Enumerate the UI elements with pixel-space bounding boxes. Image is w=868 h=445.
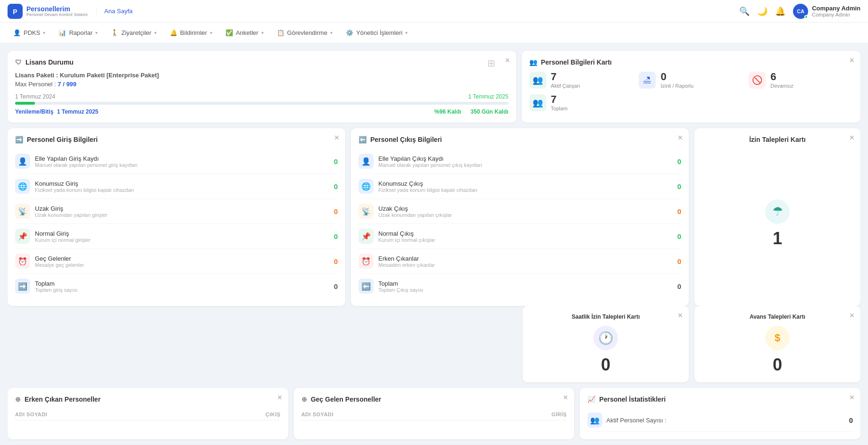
entry-manual-icon: 👤 xyxy=(15,154,30,169)
late-arrival-table-header: ADI SOYADI GİRİŞ xyxy=(301,409,567,420)
hourly-clock-icon: 🕐 xyxy=(593,326,618,350)
leave-close-button[interactable]: ✕ xyxy=(849,134,855,141)
license-renew-text: Yenileme/Bitiş 1 Temmuz 2025 xyxy=(15,108,99,115)
exit-early-count: 0 xyxy=(677,257,681,265)
exit-row-2: 📡 Uzak Çıkış Uzak konumdan yapılan çıkış… xyxy=(359,199,681,224)
ziyaretciler-chevron: ▾ xyxy=(154,30,157,35)
menu-yonetici[interactable]: ⚙️ Yönetici İşlemleri ▾ xyxy=(340,26,413,39)
personnel-total-stat: 👥 7 Toplam xyxy=(529,94,853,111)
license-close-button[interactable]: ✕ xyxy=(505,57,510,64)
exit-row-5: ⬅️ Toplam Toplam Çıkış sayısı 0 xyxy=(359,274,681,298)
exit-row-3: 📌 Normal Çıkış Kurum içi normal çıkışlar… xyxy=(359,224,681,249)
menu-anketler[interactable]: ✅ Anketler ▾ xyxy=(220,26,269,39)
app-subtitle: Personel Devam Kontrol Sistemi xyxy=(26,12,88,17)
personnel-stats-title: 📈 Personel İstatistikleri xyxy=(587,396,853,403)
entry-rows: 👤 Elle Yapılan Giriş Kaydı Manuel olarak… xyxy=(15,149,338,298)
exit-location-icon: 🌐 xyxy=(359,179,374,194)
raporlar-icon: 📊 xyxy=(58,29,66,36)
menu-gorevlendirme[interactable]: 📋 Görevlendirme ▾ xyxy=(271,26,338,39)
late-arrival-close-button[interactable]: ✕ xyxy=(563,394,568,401)
yonetici-label: Yönetici İşlemleri xyxy=(356,29,402,36)
menu-pdks[interactable]: 👤 PDKS ▾ xyxy=(8,26,51,39)
early-exit-close-button[interactable]: ✕ xyxy=(277,394,283,401)
personnel-info-close-button[interactable]: ✕ xyxy=(849,57,855,64)
advance-close-button[interactable]: ✕ xyxy=(849,312,855,319)
entry-card: ✕ ➡️ Personel Giriş Bilgileri 👤 Elle Yap… xyxy=(8,128,345,306)
izinli-number: 0 xyxy=(660,72,693,82)
logo-area[interactable]: P Personellerim Personel Devam Kontrol S… xyxy=(8,4,92,19)
menu-bildirimler[interactable]: 🔔 Bildirimler ▾ xyxy=(164,26,218,39)
bildirimler-chevron: ▾ xyxy=(210,30,212,35)
personnel-stats-close-button[interactable]: ✕ xyxy=(849,394,855,401)
izinli-stat: 🏖 0 İzinli / Raporlu xyxy=(639,72,743,89)
anketler-icon: ✅ xyxy=(225,29,233,36)
entry-manual-sub: Manuel olarak yapılan personel giriş kay… xyxy=(35,162,138,168)
avatar: CA xyxy=(793,4,808,19)
early-exit-col1: ADI SOYADI xyxy=(15,412,148,417)
dark-mode-icon[interactable]: 🌙 xyxy=(757,6,768,16)
entry-manual-count: 0 xyxy=(334,157,338,165)
gorevlendirme-chevron: ▾ xyxy=(330,30,333,35)
entry-total-sub: Toplam giriş sayısı xyxy=(35,287,77,293)
pdks-chevron: ▾ xyxy=(43,30,45,35)
entry-location-sub: Fiziksel yada konum bilgisi kapalı cihaz… xyxy=(35,187,134,193)
aktif-personnel-stat: 👥 Aktif Personel Sayısı : 0 xyxy=(587,409,853,432)
user-menu[interactable]: CA Company Admin Company Admin xyxy=(793,4,860,19)
pdks-label: PDKS xyxy=(24,29,40,36)
izinli-label: İzinli / Raporlu xyxy=(660,83,693,89)
advance-card-title: Avans Talepleri Kartı xyxy=(750,313,805,320)
aktif-stat-value: 0 xyxy=(849,416,853,424)
top-navigation: P Personellerim Personel Devam Kontrol S… xyxy=(0,0,868,23)
online-indicator xyxy=(804,15,808,19)
entry-remote-count: 0 xyxy=(334,207,338,215)
bildirimler-icon: 🔔 xyxy=(170,29,177,36)
exit-close-button[interactable]: ✕ xyxy=(677,134,683,141)
license-remaining-percent: %96 Kaldı xyxy=(434,108,461,115)
entry-location-icon: 🌐 xyxy=(15,179,30,194)
early-exit-col2: ÇIKIŞ xyxy=(148,412,280,417)
license-card: ✕ ⊞ 🛡 Lisans Durumu Lisans Paketi : Kuru… xyxy=(8,51,516,123)
entry-location-count: 0 xyxy=(334,182,338,190)
menu-raporlar[interactable]: 📊 Raporlar ▾ xyxy=(53,26,103,39)
user-name: Company Admin xyxy=(812,5,860,12)
exit-normal-title: Normal Çıkış xyxy=(378,230,435,237)
entry-total-title: Toplam xyxy=(35,280,77,287)
late-arrival-title: ⊕ Geç Gelen Personeller xyxy=(301,396,567,403)
search-icon[interactable]: 🔍 xyxy=(739,6,750,16)
late-arrival-title-icon: ⊕ xyxy=(301,396,307,403)
aktif-stat-icon: 👥 xyxy=(587,412,602,428)
exit-total-title: Toplam xyxy=(378,280,423,287)
menu-ziyaretciler[interactable]: 🚶 Ziyaretçiler ▾ xyxy=(105,26,162,39)
late-arrival-col1: ADI SOYADI xyxy=(301,412,434,417)
exit-row-4: ⏰ Erken Çıkanlar Mesaiden erken çıkanlar… xyxy=(359,249,681,274)
entry-row-0: 👤 Elle Yapılan Giriş Kaydı Manuel olarak… xyxy=(15,149,338,174)
yonetici-icon: ⚙️ xyxy=(346,29,353,36)
leave-card-title: İzin Talepleri Kartı xyxy=(749,136,806,143)
license-dates: 1 Temmuz 2024 1 Temmuz 2025 xyxy=(15,93,509,100)
devamsiz-label: Devamsız xyxy=(770,83,793,89)
exit-location-title: Konumsuz Çıkış xyxy=(378,180,477,187)
license-progress-bar xyxy=(15,102,509,105)
exit-manual-title: Elle Yapılan Çıkış Kaydı xyxy=(378,155,482,162)
bildirimler-label: Bildirimler xyxy=(180,29,207,36)
devamsiz-stat: 🚫 6 Devamsız xyxy=(749,72,853,89)
personnel-stats-grid: 👥 7 Aktif Çalışan 🏖 0 İzinli / Raporlu 🚫 xyxy=(529,72,853,89)
exit-location-sub: Fiziksel yada konum bilgisi kapalı cihaz… xyxy=(378,187,477,193)
early-exit-table-header: ADI SOYADI ÇIKIŞ xyxy=(15,409,281,420)
late-arrival-col2: GİRİŞ xyxy=(434,412,567,417)
entry-close-button[interactable]: ✕ xyxy=(334,134,340,141)
ziyaretciler-label: Ziyaretçiler xyxy=(121,29,151,36)
personnel-info-card: ✕ 👥 Personel Bilgileri Kartı 👥 7 Aktif Ç… xyxy=(522,51,860,123)
entry-row-3: 📌 Normal Giriş Kurum içi normal girişler… xyxy=(15,224,338,249)
exit-icon: ⬅️ xyxy=(359,136,367,143)
license-title: 🛡 Lisans Durumu xyxy=(15,58,509,66)
hourly-leave-close-button[interactable]: ✕ xyxy=(677,312,683,319)
user-role: Company Admin xyxy=(812,12,860,17)
notifications-icon[interactable]: 🔔 xyxy=(775,6,785,16)
exit-total-count: 0 xyxy=(677,282,681,290)
license-max: Max Personel : 7 / 999 xyxy=(15,81,509,88)
home-link[interactable]: Ana Sayfa xyxy=(96,8,140,15)
entry-remote-title: Uzak Giriş xyxy=(35,205,107,212)
license-package: Lisans Paketi : Kurulum Paketi [Enterpri… xyxy=(15,72,509,79)
license-stats: %96 Kaldı 350 Gün Kaldı xyxy=(434,108,509,115)
